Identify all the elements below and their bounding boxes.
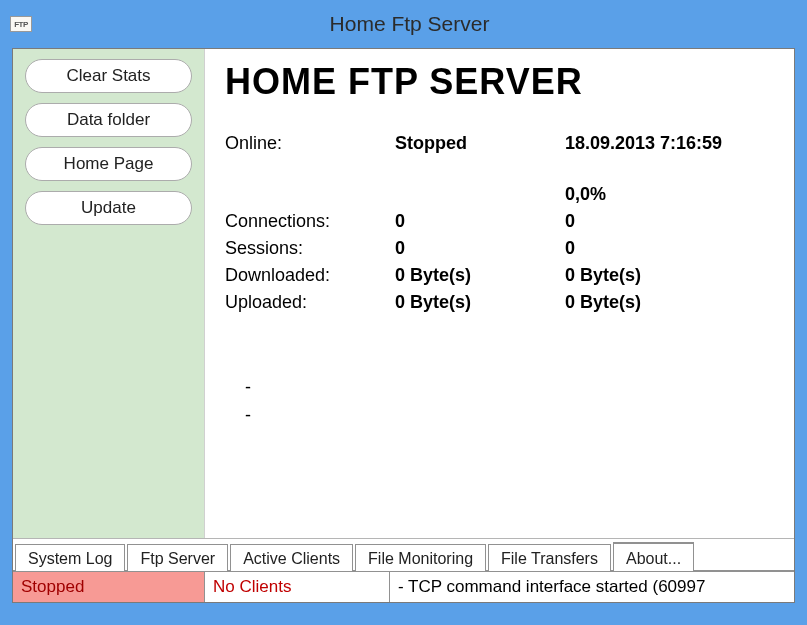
percent-value: 0,0% [565,184,784,205]
uploaded-label: Uploaded: [225,292,395,313]
tab-ftp-server[interactable]: Ftp Server [127,544,228,571]
sidebar: Clear Stats Data folder Home Page Update [13,49,205,538]
dash-lines: - - [225,373,784,429]
content-row: Clear Stats Data folder Home Page Update… [13,49,794,538]
status-bar: Stopped No Clients - TCP command interfa… [13,570,794,602]
tab-file-transfers[interactable]: File Transfers [488,544,611,571]
connections-right: 0 [565,211,784,232]
online-timestamp: 18.09.2013 7:16:59 [565,133,784,154]
downloaded-value: 0 Byte(s) [395,265,565,286]
uploaded-value: 0 Byte(s) [395,292,565,313]
sessions-value: 0 [395,238,565,259]
sessions-label: Sessions: [225,238,395,259]
status-log-message: - TCP command interface started (60997 [390,571,794,602]
tab-system-log[interactable]: System Log [15,544,125,571]
tabs-row: System Log Ftp Server Active Clients Fil… [13,538,794,570]
window-body: Clear Stats Data folder Home Page Update… [12,48,795,603]
connections-label: Connections: [225,211,395,232]
titlebar: FTP Home Ftp Server [0,0,807,48]
tab-about[interactable]: About... [613,542,694,571]
sessions-right: 0 [565,238,784,259]
home-page-button[interactable]: Home Page [25,147,192,181]
update-button[interactable]: Update [25,191,192,225]
clear-stats-button[interactable]: Clear Stats [25,59,192,93]
uploaded-right: 0 Byte(s) [565,292,784,313]
data-folder-button[interactable]: Data folder [25,103,192,137]
status-server-state: Stopped [13,571,205,602]
downloaded-right: 0 Byte(s) [565,265,784,286]
downloaded-label: Downloaded: [225,265,395,286]
tab-file-monitoring[interactable]: File Monitoring [355,544,486,571]
main-panel: HOME FTP SERVER Online: Stopped 18.09.20… [205,49,794,538]
dash-line-1: - [245,373,784,401]
status-clients: No Clients [205,571,390,602]
window-title: Home Ftp Server [12,12,807,36]
tab-active-clients[interactable]: Active Clients [230,544,353,571]
stats-grid: Online: Stopped 18.09.2013 7:16:59 0,0% … [225,133,784,313]
page-title: HOME FTP SERVER [225,61,784,103]
dash-line-2: - [245,401,784,429]
online-value: Stopped [395,133,565,154]
connections-value: 0 [395,211,565,232]
online-label: Online: [225,133,395,154]
